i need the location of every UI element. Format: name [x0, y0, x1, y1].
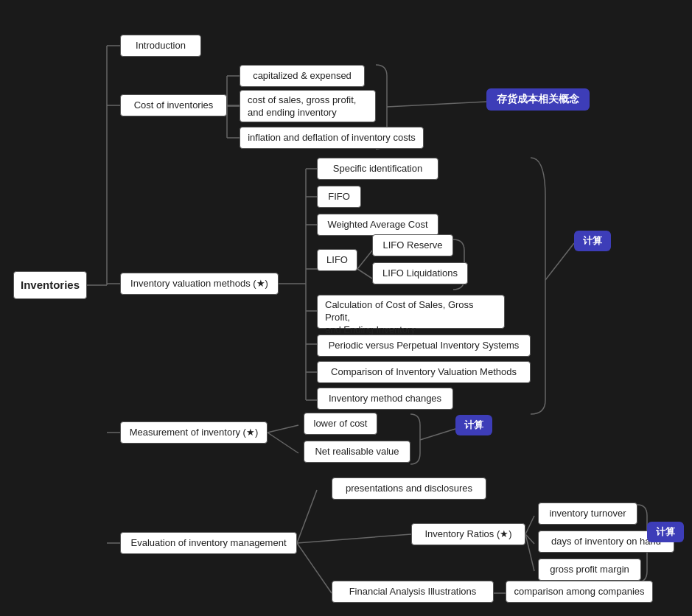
- gross-profit-margin-label: gross profit margin: [550, 564, 629, 576]
- financial-analysis-label: Financial Analysis Illustrations: [349, 586, 477, 598]
- inflation-node: inflation and deflation of inventory cos…: [240, 127, 424, 149]
- svg-line-30: [297, 490, 317, 543]
- lifo-reserve-node: LIFO Reserve: [372, 234, 453, 256]
- svg-line-26: [545, 243, 574, 280]
- lifo-label: LIFO: [326, 254, 348, 267]
- badge-jisuan1: 计算: [574, 231, 611, 251]
- eval-inv-mgmt-label: Evaluation of inventory management: [130, 537, 286, 550]
- inv-turnover-node: inventory turnover: [538, 503, 637, 525]
- svg-line-29: [420, 429, 455, 440]
- inventory-valuation-label: Inventory valuation methods (★): [130, 278, 268, 290]
- weighted-avg-node: Weighted Average Cost: [317, 214, 438, 236]
- capitalized-label: capitalized & expensed: [253, 70, 352, 83]
- measurement-label: Measurement of inventory (★): [130, 427, 259, 439]
- inflation-label: inflation and deflation of inventory cos…: [248, 132, 416, 144]
- presentations-node: presentations and disclosures: [332, 477, 486, 500]
- cost-of-inventories-label: Cost of inventories: [134, 99, 214, 112]
- calc-cost-label: Calculation of Cost of Sales, Gross Prof…: [325, 299, 497, 337]
- calc-cost-node: Calculation of Cost of Sales, Gross Prof…: [317, 295, 505, 329]
- inv-ratios-label: Inventory Ratios (★): [424, 528, 511, 541]
- comparison-node: Comparison of Inventory Valuation Method…: [317, 361, 531, 383]
- inv-method-changes-node: Inventory method changes: [317, 388, 453, 410]
- presentations-label: presentations and disclosures: [346, 483, 472, 495]
- introduction-label: Introduction: [136, 40, 186, 52]
- specific-id-node: Specific identification: [317, 158, 438, 180]
- net-realisable-node: Net realisable value: [304, 441, 410, 463]
- eval-inv-mgmt-node: Evaluation of inventory management: [120, 532, 297, 554]
- svg-line-24: [357, 251, 372, 269]
- lifo-reserve-label: LIFO Reserve: [383, 239, 443, 252]
- badge-cungku-label: 存货成本相关概念: [497, 93, 579, 105]
- capitalized-node: capitalized & expensed: [240, 65, 365, 87]
- badge-jisuan2: 计算: [455, 415, 492, 435]
- comparison-companies-node: comparison among companies: [506, 581, 653, 603]
- mind-map-canvas: Inventories Introduction Cost of invento…: [0, 0, 692, 616]
- svg-line-27: [268, 425, 298, 433]
- lifo-liquidations-label: LIFO Liquidations: [382, 267, 458, 280]
- financial-analysis-node: Financial Analysis Illustrations: [332, 581, 494, 603]
- badge-jisuan1-label: 计算: [583, 235, 602, 246]
- svg-line-25: [357, 269, 372, 279]
- svg-line-35: [525, 534, 534, 571]
- inv-turnover-label: inventory turnover: [549, 508, 626, 520]
- net-realisable-label: Net realisable value: [315, 446, 399, 458]
- inv-method-changes-label: Inventory method changes: [329, 393, 441, 405]
- cost-of-sales-node: cost of sales, gross profit, and ending …: [240, 90, 376, 122]
- root-node: Inventories: [13, 271, 87, 299]
- measurement-node: Measurement of inventory (★): [120, 421, 268, 444]
- lower-of-cost-node: lower of cost: [304, 413, 377, 435]
- cost-of-inventories-node: Cost of inventories: [120, 94, 227, 116]
- comparison-label: Comparison of Inventory Valuation Method…: [331, 366, 517, 379]
- comparison-companies-label: comparison among companies: [514, 586, 644, 598]
- svg-line-31: [297, 534, 411, 543]
- days-inv-label: days of inventory on hand: [551, 536, 661, 548]
- svg-line-33: [525, 516, 534, 534]
- fifo-node: FIFO: [317, 186, 361, 208]
- inv-ratios-node: Inventory Ratios (★): [411, 523, 525, 545]
- badge-cungku: 存货成本相关概念: [486, 88, 590, 111]
- fifo-label: FIFO: [328, 191, 350, 203]
- svg-line-34: [525, 534, 534, 544]
- cost-of-sales-label: cost of sales, gross profit, and ending …: [248, 94, 368, 119]
- svg-line-32: [297, 543, 332, 593]
- badge-jisuan2-label: 计算: [464, 419, 483, 430]
- periodic-node: Periodic versus Perpetual Inventory Syst…: [317, 335, 531, 357]
- periodic-label: Periodic versus Perpetual Inventory Syst…: [329, 340, 520, 352]
- lower-of-cost-label: lower of cost: [314, 418, 368, 430]
- badge-jisuan3-label: 计算: [656, 526, 675, 537]
- inventory-valuation-node: Inventory valuation methods (★): [120, 273, 279, 295]
- specific-id-label: Specific identification: [333, 163, 422, 175]
- root-label: Inventories: [21, 278, 80, 293]
- svg-line-13: [387, 102, 486, 107]
- introduction-node: Introduction: [120, 35, 201, 57]
- weighted-avg-label: Weighted Average Cost: [327, 219, 427, 231]
- gross-profit-margin-node: gross profit margin: [538, 559, 641, 581]
- lifo-node: LIFO: [317, 249, 357, 271]
- lifo-liquidations-node: LIFO Liquidations: [372, 262, 468, 284]
- svg-line-28: [268, 433, 298, 453]
- badge-jisuan3: 计算: [647, 522, 684, 542]
